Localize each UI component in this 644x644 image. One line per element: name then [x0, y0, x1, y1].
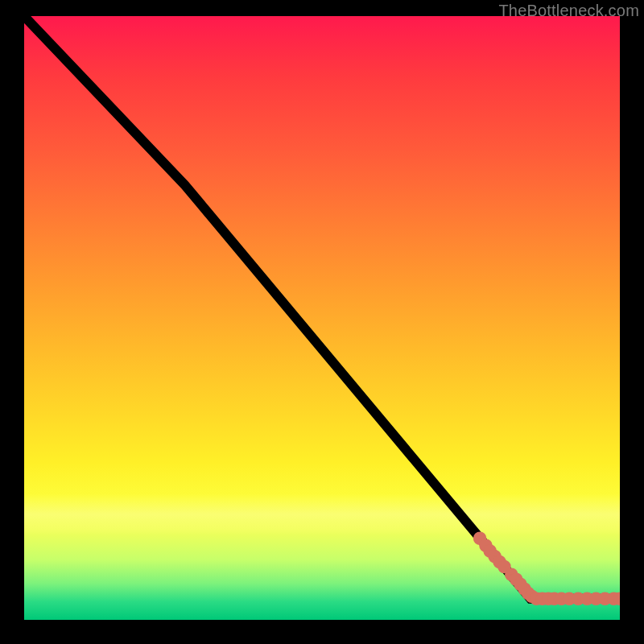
- curve-path: [24, 16, 620, 599]
- plot-area: [24, 16, 620, 620]
- plot-svg: [24, 16, 620, 620]
- scatter-group: [477, 535, 620, 602]
- attribution-text: TheBottleneck.com: [498, 2, 639, 20]
- data-point: [501, 564, 508, 571]
- data-point: [616, 595, 620, 602]
- chart-frame: TheBottleneck.com: [0, 0, 644, 644]
